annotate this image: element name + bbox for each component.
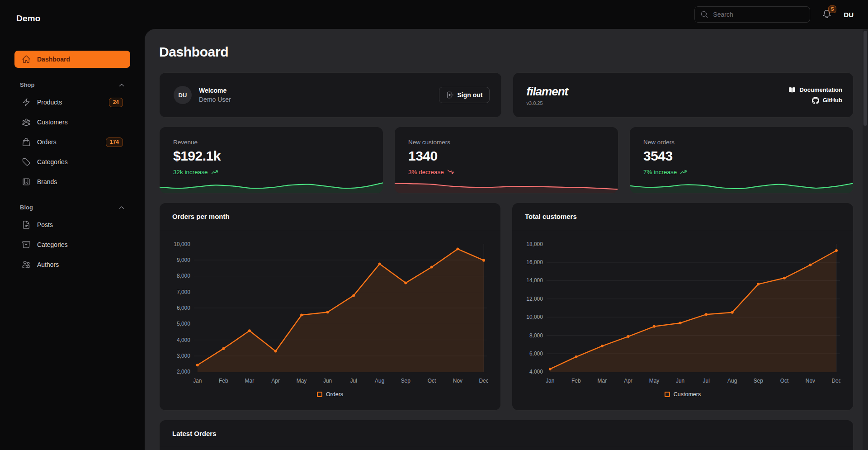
chart-card-total-customers: Total customers 4,0006,0008,00010,00012,… xyxy=(512,203,854,411)
github-link[interactable]: GitHub xyxy=(812,97,842,104)
svg-text:6,000: 6,000 xyxy=(529,351,543,357)
stat-label: New orders xyxy=(643,139,840,146)
chart-body: 2,0003,0004,0005,0006,0007,0008,0009,000… xyxy=(160,230,500,398)
sidebar-group-shop[interactable]: Shop xyxy=(14,81,130,88)
svg-text:4,000: 4,000 xyxy=(177,337,190,343)
sidebar-item-shop-categories[interactable]: Categories xyxy=(14,153,130,171)
svg-text:Aug: Aug xyxy=(727,378,737,384)
stat-delta-label: 32k increase xyxy=(173,169,208,175)
svg-text:3,000: 3,000 xyxy=(177,353,190,359)
sidebar-item-label: Categories xyxy=(37,241,68,248)
sidebar-nav: Dashboard Shop Products 24 Customers Ord… xyxy=(0,51,145,273)
svg-text:Apr: Apr xyxy=(271,378,280,384)
stat-delta: 3% decrease xyxy=(408,168,604,175)
sidebar-item-shop-products[interactable]: Products 24 xyxy=(14,94,130,111)
sidebar-item-label: Customers xyxy=(37,118,68,126)
documentation-link[interactable]: Documentation xyxy=(788,86,842,94)
github-icon xyxy=(812,97,819,104)
stat-card-new-customers: New customers 1340 3% decrease xyxy=(394,127,618,194)
sidebar-item-label: Categories xyxy=(37,158,68,166)
welcome-title: Welcome xyxy=(199,87,231,94)
stat-value: 1340 xyxy=(408,148,604,164)
sidebar-item-dashboard[interactable]: Dashboard xyxy=(14,51,130,68)
svg-text:5,000: 5,000 xyxy=(177,321,190,327)
link-label: Documentation xyxy=(799,86,842,93)
brand-logo: Demo xyxy=(0,14,145,24)
user-menu[interactable]: DU xyxy=(844,11,854,19)
svg-text:4,000: 4,000 xyxy=(529,369,543,375)
notification-count-badge: 5 xyxy=(828,5,836,13)
chevron-up-icon xyxy=(118,82,125,88)
svg-text:16,000: 16,000 xyxy=(526,259,543,265)
sidebar-item-shop-customers[interactable]: Customers xyxy=(14,114,130,131)
svg-text:Mar: Mar xyxy=(245,378,255,384)
stat-delta-label: 7% increase xyxy=(643,169,677,175)
sign-out-button[interactable]: Sign out xyxy=(439,87,490,103)
stat-card-revenue: Revenue $192.1k 32k increase xyxy=(159,127,383,194)
sidebar-item-blog-authors[interactable]: Authors xyxy=(14,256,130,273)
svg-text:Aug: Aug xyxy=(375,378,384,384)
chart-body: 4,0006,0008,00010,00012,00014,00016,0001… xyxy=(512,230,853,398)
sparkline xyxy=(630,180,853,193)
svg-text:Mar: Mar xyxy=(598,378,607,384)
chart-legend[interactable]: Orders xyxy=(172,391,488,398)
stat-delta: 32k increase xyxy=(173,168,369,175)
sidebar-group-label: Blog xyxy=(20,204,33,211)
charts-row: Orders per month 2,0003,0004,0005,0006,0… xyxy=(159,203,854,411)
sidebar: Demo Dashboard Shop Products 24 Customer… xyxy=(0,0,145,450)
sidebar-item-blog-posts[interactable]: Posts xyxy=(14,216,130,233)
svg-text:10,000: 10,000 xyxy=(174,241,190,247)
sidebar-item-shop-orders[interactable]: Orders 174 xyxy=(14,133,130,151)
svg-text:Dec: Dec xyxy=(479,378,488,384)
svg-text:Jan: Jan xyxy=(193,378,202,384)
topbar: 5 DU xyxy=(145,0,868,29)
svg-text:8,000: 8,000 xyxy=(177,273,190,279)
welcome-user-name: Demo User xyxy=(199,96,231,103)
sidebar-item-label: Products xyxy=(37,99,62,106)
logout-icon xyxy=(446,91,454,99)
stat-delta-label: 3% decrease xyxy=(408,169,444,175)
sidebar-item-blog-categories[interactable]: Categories xyxy=(14,236,130,253)
svg-text:Jul: Jul xyxy=(350,378,357,384)
home-icon xyxy=(22,55,31,64)
chart-card-orders-per-month: Orders per month 2,0003,0004,0005,0006,0… xyxy=(159,203,501,411)
svg-text:May: May xyxy=(649,378,660,384)
stat-card-new-orders: New orders 3543 7% increase xyxy=(629,127,854,194)
legend-swatch xyxy=(317,392,322,397)
chart-title: Total customers xyxy=(512,203,853,230)
stat-value: 3543 xyxy=(643,148,840,164)
svg-text:Jan: Jan xyxy=(546,378,554,384)
svg-text:14,000: 14,000 xyxy=(526,277,543,284)
search-box[interactable] xyxy=(694,6,810,23)
scrollbar-thumb[interactable] xyxy=(863,31,867,126)
filament-logo-block: filament v3.0.25 xyxy=(527,85,568,106)
filament-logo: filament xyxy=(527,85,568,99)
stat-label: Revenue xyxy=(173,139,369,146)
sidebar-group-blog[interactable]: Blog xyxy=(14,204,130,211)
bookmark-square-icon xyxy=(22,177,31,186)
stat-label: New customers xyxy=(408,139,604,146)
filament-info-widget: filament v3.0.25 Documentation GitHub xyxy=(513,72,854,118)
users-icon xyxy=(22,260,31,269)
trending-up-icon xyxy=(680,168,687,175)
svg-text:9,000: 9,000 xyxy=(177,257,190,263)
search-icon xyxy=(700,10,708,19)
svg-text:Jun: Jun xyxy=(676,378,684,384)
svg-text:Oct: Oct xyxy=(780,378,789,384)
chart-title: Orders per month xyxy=(160,203,500,230)
widgets-row: DU Welcome Demo User Sign out filament v… xyxy=(159,72,854,118)
tag-icon xyxy=(22,157,31,166)
svg-text:Dec: Dec xyxy=(831,378,840,384)
sidebar-item-shop-brands[interactable]: Brands xyxy=(14,173,130,190)
scrollbar[interactable] xyxy=(863,29,868,450)
count-badge: 24 xyxy=(109,98,123,107)
notifications-button[interactable]: 5 xyxy=(822,9,832,20)
chart-legend[interactable]: Customers xyxy=(525,391,840,398)
avatar: DU xyxy=(174,86,192,104)
sign-out-label: Sign out xyxy=(458,91,483,99)
search-input[interactable] xyxy=(713,11,804,18)
page-title: Dashboard xyxy=(159,44,854,60)
svg-text:7,000: 7,000 xyxy=(177,289,190,295)
svg-text:Feb: Feb xyxy=(571,378,581,384)
sidebar-item-label: Dashboard xyxy=(37,56,70,63)
